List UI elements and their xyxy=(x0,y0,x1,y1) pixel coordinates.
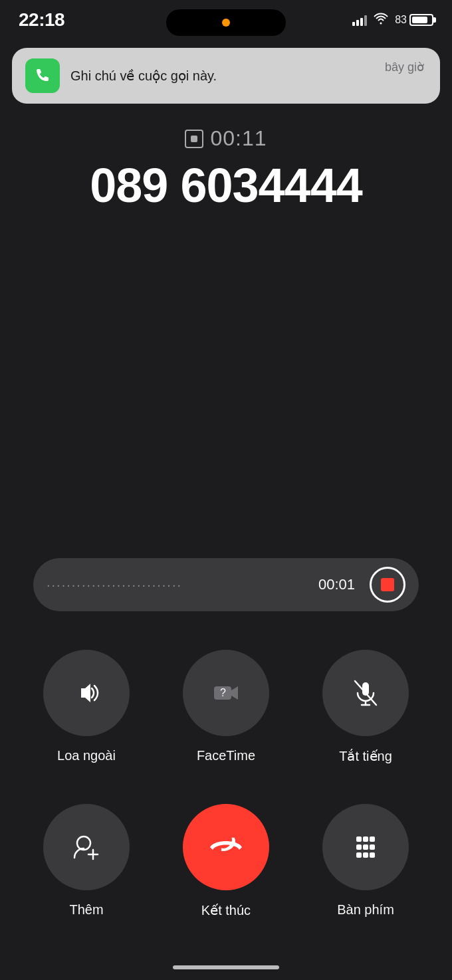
waveform: ··························· xyxy=(47,577,310,593)
controls-row-1: Loa ngoài ? FaceTime xyxy=(33,650,419,764)
svg-rect-12 xyxy=(356,844,362,850)
keypad-button[interactable] xyxy=(322,804,409,890)
svg-rect-11 xyxy=(370,836,375,842)
recording-time: 00:01 xyxy=(318,576,355,593)
controls-grid: Loa ngoài ? FaceTime xyxy=(33,650,419,958)
svg-rect-10 xyxy=(363,836,368,842)
phone-number: 089 6034444 xyxy=(0,158,452,213)
end-call-control[interactable]: Kết thúc xyxy=(173,804,279,918)
mute-button[interactable] xyxy=(322,650,409,736)
dynamic-island-dot xyxy=(222,19,230,27)
mute-icon xyxy=(348,676,383,710)
status-time: 22:18 xyxy=(19,9,64,31)
end-call-icon xyxy=(209,830,243,864)
status-icons: 83 xyxy=(352,13,433,28)
signal-icon xyxy=(352,14,367,26)
facetime-label: FaceTime xyxy=(197,748,255,763)
add-button[interactable] xyxy=(43,804,130,890)
svg-rect-16 xyxy=(363,852,368,858)
stop-icon xyxy=(381,578,394,591)
keypad-icon xyxy=(348,830,383,864)
end-call-button[interactable] xyxy=(183,804,269,890)
stop-recording-button[interactable] xyxy=(370,567,405,603)
home-indicator[interactable] xyxy=(173,965,279,969)
end-call-label: Kết thúc xyxy=(201,902,251,918)
notification-text: Ghi chú về cuộc gọi này. xyxy=(70,68,217,83)
svg-rect-17 xyxy=(370,852,375,858)
notification-app-icon xyxy=(25,58,60,93)
battery-container: 83 xyxy=(395,14,433,26)
facetime-control[interactable]: ? FaceTime xyxy=(173,650,279,763)
call-timer-container: 00:11 xyxy=(0,126,452,151)
svg-rect-15 xyxy=(356,852,362,858)
keypad-control[interactable]: Bàn phím xyxy=(312,804,419,918)
wifi-icon xyxy=(374,13,388,28)
battery-percent: 83 xyxy=(395,14,407,26)
speaker-control[interactable]: Loa ngoài xyxy=(33,650,140,763)
svg-text:?: ? xyxy=(220,687,226,698)
mute-control[interactable]: Tắt tiếng xyxy=(312,650,419,764)
add-label: Thêm xyxy=(69,902,103,918)
battery-icon xyxy=(409,14,433,26)
speaker-label: Loa ngoài xyxy=(57,748,116,763)
controls-row-2: Thêm Kết thúc xyxy=(33,804,419,918)
facetime-icon: ? xyxy=(209,676,243,710)
battery-fill xyxy=(412,17,427,23)
facetime-button[interactable]: ? xyxy=(183,650,269,736)
dynamic-island xyxy=(166,9,286,36)
status-bar: 22:18 83 xyxy=(0,0,452,40)
speaker-button[interactable] xyxy=(43,650,130,736)
mute-label: Tắt tiếng xyxy=(339,748,392,764)
waveform-dots: ··························· xyxy=(47,577,310,593)
speaker-icon xyxy=(69,676,104,710)
keypad-label: Bàn phím xyxy=(337,902,394,918)
call-elapsed: 00:11 xyxy=(210,126,267,151)
notification-banner[interactable]: Ghi chú về cuộc gọi này. bây giờ xyxy=(12,48,440,104)
notification-time: bây giờ xyxy=(385,60,424,74)
svg-rect-14 xyxy=(370,844,375,850)
record-timer-icon xyxy=(185,130,203,148)
svg-rect-9 xyxy=(356,836,362,842)
svg-rect-13 xyxy=(363,844,368,850)
add-icon xyxy=(69,830,104,864)
notification-content: Ghi chú về cuộc gọi này. xyxy=(70,68,427,84)
recording-bar[interactable]: ··························· 00:01 xyxy=(33,558,419,611)
add-control[interactable]: Thêm xyxy=(33,804,140,918)
